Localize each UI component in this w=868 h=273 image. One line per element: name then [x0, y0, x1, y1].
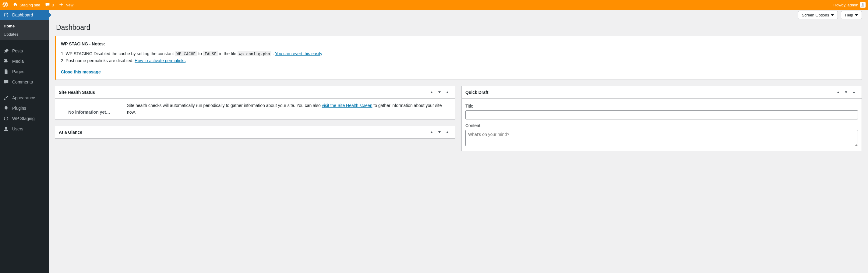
sidebar-item-posts[interactable]: Posts: [0, 46, 49, 56]
admin-sidebar: Dashboard Home Updates Posts Media Pages: [0, 10, 49, 273]
site-health-description: Site health checks will automatically ru…: [127, 102, 452, 116]
sidebar-item-appearance[interactable]: Appearance: [0, 93, 49, 103]
page-title: Dashboard: [55, 19, 862, 36]
code-false: FALSE: [203, 51, 218, 56]
sidebar-item-label: Media: [12, 59, 24, 64]
toggle-button[interactable]: [443, 129, 452, 135]
move-up-button[interactable]: [428, 89, 436, 95]
toggle-button[interactable]: [850, 89, 858, 95]
adminbar-new-label: New: [65, 3, 73, 7]
pin-icon: [3, 48, 9, 54]
notice-heading: WP STAGING - Notes:: [61, 41, 105, 46]
chevron-down-icon: [831, 14, 834, 16]
refresh-icon: [3, 116, 9, 121]
widget-quick-draft: Quick Draft Title Content: [461, 86, 862, 151]
sidebar-subitem-home[interactable]: Home: [0, 22, 49, 30]
adminbar-wp-logo[interactable]: [2, 2, 8, 8]
sidebar-item-comments[interactable]: Comments: [0, 77, 49, 87]
adminbar-site-name: Staging site: [20, 3, 40, 7]
adminbar-howdy: Howdy, admin: [834, 3, 858, 7]
move-down-button[interactable]: [436, 89, 443, 95]
adminbar-site-link[interactable]: Staging site: [13, 2, 40, 8]
sidebar-item-plugins[interactable]: Plugins: [0, 103, 49, 113]
chevron-up-icon: [430, 91, 433, 93]
widget-title: Site Health Status: [59, 90, 428, 95]
adminbar-user-menu[interactable]: Howdy, admin: [834, 2, 866, 8]
sidebar-item-label: Pages: [12, 69, 24, 74]
code-wp-cache: WP_CACHE: [175, 51, 197, 56]
sidebar-subitem-updates[interactable]: Updates: [0, 30, 49, 38]
screen-options-label: Screen Options: [802, 13, 829, 18]
comment-icon: [45, 2, 50, 8]
permalinks-link[interactable]: How to activate permalinks: [135, 58, 185, 63]
chevron-up-icon: [837, 91, 839, 93]
sidebar-item-pages[interactable]: Pages: [0, 66, 49, 77]
sidebar-item-media[interactable]: Media: [0, 56, 49, 66]
admin-bar: Staging site 0 New Howdy, admin: [0, 0, 868, 10]
brush-icon: [3, 95, 9, 100]
wp-staging-notice: WP STAGING - Notes: WP STAGING Disabled …: [55, 36, 862, 80]
screen-meta-links: Screen Options Help: [55, 10, 862, 19]
wordpress-icon: [2, 2, 8, 8]
sidebar-item-label: Dashboard: [12, 12, 33, 18]
notice-item-2: Post name permalinks are disabled. How t…: [61, 57, 857, 64]
adminbar-comment-count: 0: [52, 3, 54, 7]
notice-item-1: WP STAGING Disabled the cache by setting…: [61, 50, 857, 57]
page-icon: [3, 69, 9, 74]
move-down-button[interactable]: [842, 89, 850, 95]
screen-options-button[interactable]: Screen Options: [798, 11, 838, 19]
media-icon: [3, 59, 9, 64]
quick-draft-title-input[interactable]: [465, 110, 858, 119]
main-content: Screen Options Help Dashboard WP STAGING…: [49, 10, 868, 273]
widget-at-a-glance: At a Glance: [55, 126, 455, 139]
chevron-up-icon: [430, 131, 433, 133]
quick-draft-content-textarea[interactable]: [465, 130, 858, 146]
help-button[interactable]: Help: [841, 11, 862, 19]
site-health-status: No information yet…: [59, 102, 120, 116]
sidebar-item-wp-staging[interactable]: WP Staging: [0, 113, 49, 124]
close-notice-link[interactable]: Close this message: [61, 68, 101, 75]
sidebar-submenu-dashboard: Home Updates: [0, 20, 49, 40]
sidebar-item-label: Users: [12, 126, 24, 131]
home-icon: [13, 2, 18, 8]
sidebar-item-label: Posts: [12, 49, 23, 53]
caret-up-icon: [446, 131, 448, 133]
sidebar-item-users[interactable]: Users: [0, 124, 49, 134]
move-up-button[interactable]: [428, 129, 436, 135]
revert-link[interactable]: You can revert this easily: [275, 51, 322, 56]
caret-up-icon: [446, 91, 448, 93]
move-up-button[interactable]: [834, 89, 842, 95]
widget-title: Quick Draft: [465, 90, 834, 95]
chevron-down-icon: [855, 14, 858, 16]
chevron-down-icon: [438, 91, 441, 93]
user-icon: [3, 126, 9, 132]
plug-icon: [3, 105, 9, 111]
comment-icon: [3, 79, 9, 85]
quick-draft-content-label: Content: [465, 123, 858, 128]
dashboard-icon: [3, 12, 9, 18]
avatar: [860, 2, 866, 8]
adminbar-comments[interactable]: 0: [45, 2, 54, 8]
quick-draft-title-label: Title: [465, 103, 858, 109]
sidebar-item-dashboard[interactable]: Dashboard: [0, 10, 49, 20]
adminbar-new[interactable]: New: [59, 2, 73, 8]
sidebar-item-label: Comments: [12, 80, 33, 84]
sidebar-item-label: Plugins: [12, 106, 26, 111]
caret-up-icon: [853, 91, 855, 93]
chevron-down-icon: [438, 131, 441, 133]
help-label: Help: [845, 13, 853, 18]
toggle-button[interactable]: [443, 89, 452, 95]
widget-title: At a Glance: [59, 130, 428, 135]
move-down-button[interactable]: [436, 129, 443, 135]
code-wp-config: wp-config.php: [238, 51, 272, 56]
widget-site-health: Site Health Status No information yet… S…: [55, 86, 455, 120]
sidebar-item-label: WP Staging: [12, 116, 35, 121]
chevron-down-icon: [845, 91, 847, 93]
site-health-screen-link[interactable]: visit the Site Health screen: [322, 103, 372, 108]
plus-icon: [59, 2, 64, 8]
sidebar-item-label: Appearance: [12, 95, 35, 100]
